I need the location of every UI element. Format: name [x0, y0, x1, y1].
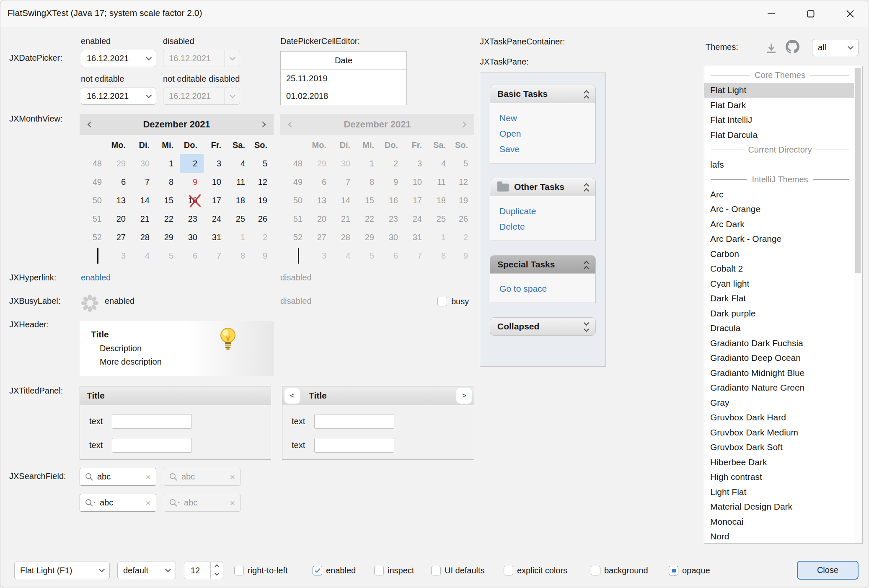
calendar-day[interactable]: 16: [180, 191, 204, 210]
checkbox-box[interactable]: [431, 566, 441, 575]
calendar-day[interactable]: 22: [156, 210, 180, 228]
calendar-day[interactable]: 23: [180, 210, 204, 228]
checkbox-opaque[interactable]: opaque: [669, 562, 710, 579]
calendar-day[interactable]: 17: [204, 191, 228, 210]
searchfield-enabled[interactable]: abc ×: [80, 468, 156, 486]
scrollbar-thumb[interactable]: [855, 68, 861, 273]
busy-checkbox-group[interactable]: busy: [437, 297, 469, 306]
checkbox-right-to-left[interactable]: right-to-left: [234, 562, 288, 579]
search-input[interactable]: abc: [97, 472, 142, 482]
theme-list-item[interactable]: Gruvbox Dark Soft: [704, 440, 854, 455]
calendar-day[interactable]: 30: [180, 228, 204, 246]
calendar-day[interactable]: 4: [228, 154, 251, 173]
checkbox-box[interactable]: [591, 566, 600, 575]
close-window-button[interactable]: [837, 4, 863, 23]
calendar-day[interactable]: 5: [156, 246, 180, 265]
taskpane-link[interactable]: Delete: [499, 219, 525, 234]
calendar-day[interactable]: 28: [132, 228, 156, 246]
theme-list-item[interactable]: Arc Dark - Orange: [704, 232, 854, 247]
titledpanel-left-button[interactable]: <: [284, 388, 300, 404]
text-input[interactable]: [112, 438, 192, 453]
theme-list-item[interactable]: Flat Dark: [704, 98, 854, 113]
taskpane-header[interactable]: Other Tasks: [490, 178, 596, 196]
calendar-day[interactable]: 9: [180, 173, 204, 191]
minimize-button[interactable]: [758, 4, 784, 23]
scrollbar-track[interactable]: [854, 67, 862, 543]
themes-filter-combo[interactable]: all: [812, 39, 859, 56]
theme-list-item[interactable]: Flat Light: [704, 83, 854, 98]
next-month-button[interactable]: [252, 114, 274, 135]
datepicker-not-editable[interactable]: 16.12.2021: [81, 88, 156, 105]
spinner-up-button[interactable]: [211, 562, 223, 570]
datepicker-value[interactable]: 16.12.2021: [81, 54, 141, 63]
text-input[interactable]: [314, 438, 394, 453]
datepicker-dropdown-button[interactable]: [141, 88, 156, 104]
taskpane-link[interactable]: Go to space: [499, 281, 547, 296]
calendar-day[interactable]: 15: [156, 191, 180, 210]
calendar-day[interactable]: 29: [156, 228, 180, 246]
checkbox-background[interactable]: background: [591, 562, 648, 579]
checkbox-explicit-colors[interactable]: explicit colors: [504, 562, 567, 579]
calendar-day[interactable]: 1: [156, 154, 180, 173]
checkbox-enabled[interactable]: enabled: [313, 562, 356, 579]
maximize-button[interactable]: [798, 4, 824, 23]
calendar-day[interactable]: 10: [204, 173, 228, 191]
theme-list-item[interactable]: Gradianto Midnight Blue: [704, 365, 854, 381]
busy-checkbox[interactable]: [437, 297, 447, 306]
theme-list-item[interactable]: Dark purple: [704, 306, 854, 321]
style-combo[interactable]: default: [117, 562, 176, 579]
checkbox-box[interactable]: [313, 566, 322, 575]
calendar-day[interactable]: 30: [132, 154, 156, 173]
calendar-day[interactable]: 19: [251, 191, 274, 210]
calendar-day[interactable]: 2: [180, 154, 204, 173]
calendar-day[interactable]: 12: [251, 173, 274, 191]
calendar-day[interactable]: 4: [132, 246, 156, 265]
searchfield-with-menu-enabled[interactable]: abc ×: [80, 494, 156, 512]
calendar-day[interactable]: 3: [108, 246, 132, 265]
calendar-day[interactable]: 25: [228, 210, 251, 228]
calendar-day[interactable]: 24: [204, 210, 228, 228]
calendar-day[interactable]: 18: [228, 191, 251, 210]
theme-list-item[interactable]: Arc - Orange: [704, 202, 854, 217]
laf-combo[interactable]: Flat Light (F1): [14, 562, 110, 579]
theme-list-item[interactable]: Gradianto Deep Ocean: [704, 351, 854, 366]
checkbox-inspect[interactable]: inspect: [374, 562, 414, 579]
checkbox-box[interactable]: [234, 566, 244, 575]
table-row[interactable]: 25.11.2019: [281, 70, 406, 87]
github-button[interactable]: [786, 40, 799, 56]
theme-list-item[interactable]: Material Design Dark: [704, 500, 854, 515]
checkbox-box[interactable]: [504, 566, 513, 575]
font-size-spinner[interactable]: 12: [184, 562, 223, 579]
calendar-day[interactable]: 31: [204, 228, 228, 246]
calendar-day[interactable]: 11: [228, 173, 251, 191]
theme-list-item[interactable]: Gruvbox Dark Medium: [704, 425, 854, 440]
table-header-date[interactable]: Date: [281, 52, 406, 70]
calendar-day[interactable]: 29: [108, 154, 132, 173]
hyperlink-enabled[interactable]: enabled: [81, 273, 111, 282]
calendar-day[interactable]: 9: [251, 246, 274, 265]
calendar-day[interactable]: 14: [132, 191, 156, 210]
theme-list-item[interactable]: Gradianto Nature Green: [704, 381, 854, 396]
calendar-day[interactable]: 3: [204, 154, 228, 173]
calendar-day[interactable]: 8: [156, 173, 180, 191]
theme-list-item[interactable]: Light Flat: [704, 484, 854, 500]
table-row[interactable]: 01.02.2018: [281, 87, 406, 105]
checkbox-ui-defaults[interactable]: UI defaults: [431, 562, 485, 579]
text-input[interactable]: [314, 414, 394, 429]
theme-list-item[interactable]: Monocai: [704, 514, 854, 529]
search-menu-icon[interactable]: [85, 499, 96, 507]
taskpane-link[interactable]: New: [499, 110, 517, 126]
theme-list-item[interactable]: Nord: [704, 529, 854, 544]
theme-list-item[interactable]: Cyan light: [704, 276, 854, 291]
calendar-day[interactable]: 1: [228, 228, 251, 246]
download-themes-button[interactable]: [765, 41, 778, 57]
clear-icon[interactable]: ×: [146, 498, 151, 507]
search-input[interactable]: abc: [100, 498, 142, 508]
theme-list-item[interactable]: Gradianto Dark Fuchsia: [704, 336, 854, 351]
calendar-day[interactable]: 20: [108, 210, 132, 228]
datepicker-dropdown-button[interactable]: [141, 50, 156, 67]
calendar-day[interactable]: 6: [108, 173, 132, 191]
taskpane-header[interactable]: Special Tasks: [490, 255, 596, 274]
taskpane-header[interactable]: Basic Tasks: [490, 85, 596, 103]
previous-month-button[interactable]: [80, 114, 101, 135]
